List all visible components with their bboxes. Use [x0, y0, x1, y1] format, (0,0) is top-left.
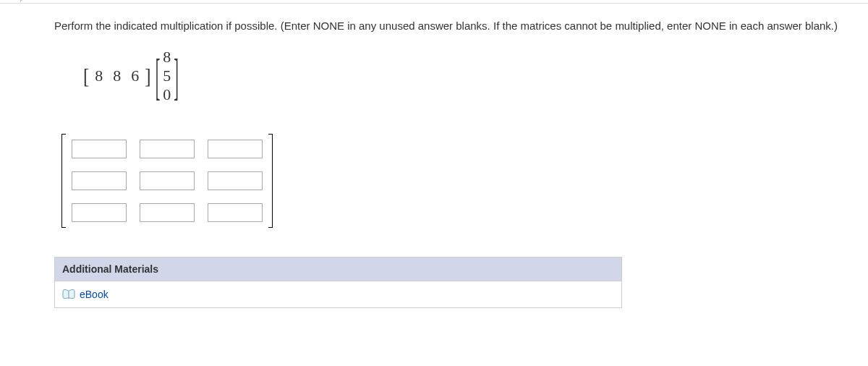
matrix-element: 0: [163, 85, 171, 104]
ebook-text: eBook: [80, 289, 109, 300]
bracket-left: [: [83, 64, 89, 88]
answer-input-1-0[interactable]: [72, 171, 127, 190]
answer-bracket-right: [268, 134, 273, 228]
matrix-element: 5: [163, 67, 171, 85]
answer-input-0-1[interactable]: [140, 140, 195, 158]
answer-input-1-1[interactable]: [140, 171, 195, 190]
bracket-left: [: [156, 51, 161, 101]
additional-materials-box: Additional Materials eBook: [54, 257, 622, 308]
answer-grid: [72, 134, 263, 228]
row-elements: 8 8 6: [95, 67, 139, 85]
bracket-right: ]: [174, 51, 179, 101]
column-matrix: [ 8 5 0 ]: [156, 48, 179, 105]
matrix-element: 8: [95, 67, 103, 85]
answer-bracket-left: [61, 134, 66, 228]
answer-matrix: [61, 134, 854, 228]
answer-row: [72, 203, 263, 222]
ebook-link[interactable]: eBook: [55, 281, 621, 307]
question-text: Perform the indicated multiplication if …: [54, 18, 854, 35]
column-elements: 8 5 0: [163, 48, 171, 105]
matrix-element: 6: [131, 67, 139, 85]
matrix-element: 8: [113, 67, 121, 85]
answer-row: [72, 140, 263, 158]
answer-input-0-2[interactable]: [208, 140, 263, 158]
additional-materials-header: Additional Materials: [55, 258, 621, 281]
answer-input-2-1[interactable]: [140, 203, 195, 222]
bracket-right: ]: [145, 64, 150, 88]
answer-input-2-0[interactable]: [72, 203, 127, 222]
question-container: Perform the indicated multiplication if …: [0, 3, 868, 323]
answer-input-2-2[interactable]: [208, 203, 263, 222]
answer-row: [72, 171, 263, 190]
matrix-expression: [ 8 8 6 ] [ 8 5 0 ]: [83, 48, 854, 105]
border-mark: [20, 0, 22, 2]
row-matrix: [ 8 8 6 ]: [83, 66, 151, 86]
book-icon: [62, 289, 75, 299]
matrix-element: 8: [163, 48, 171, 67]
answer-input-0-0[interactable]: [72, 140, 127, 158]
answer-input-1-2[interactable]: [208, 171, 263, 190]
